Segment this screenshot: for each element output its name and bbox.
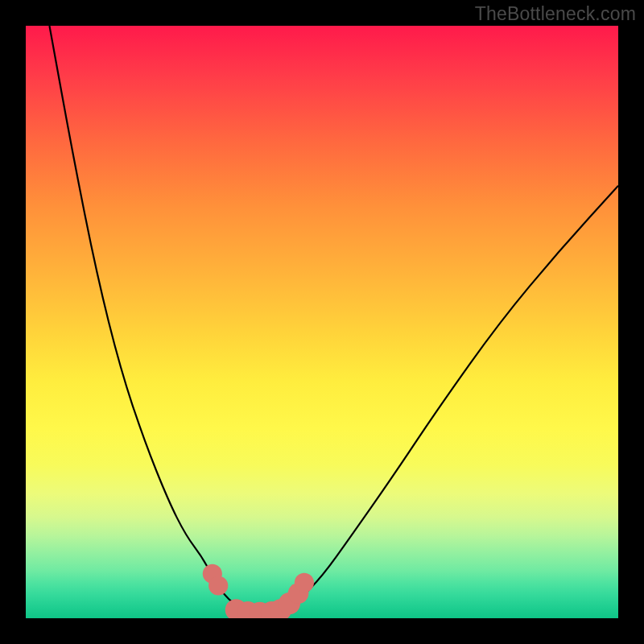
highlight-marker [295,573,314,592]
plot-area [26,26,618,618]
left-curve [49,26,257,615]
watermark-text: TheBottleneck.com [475,3,636,25]
highlight-marker [208,576,228,595]
right-curve [275,186,618,615]
curves-svg [26,26,618,618]
chart-frame: TheBottleneck.com [0,0,644,644]
marker-group [203,564,314,618]
